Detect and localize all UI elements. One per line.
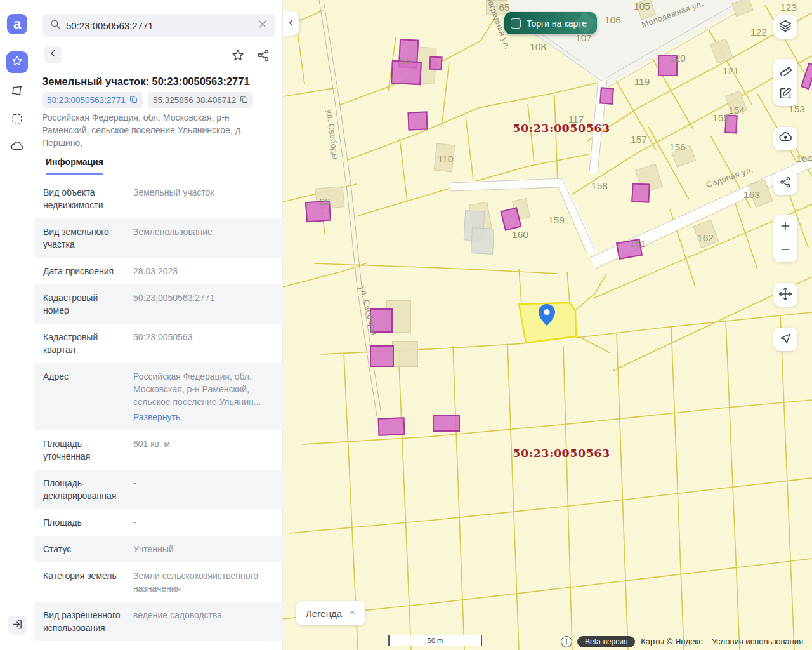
cloud-layers-button[interactable] xyxy=(6,137,28,159)
parcel-number-label: 159 xyxy=(548,215,565,226)
checkbox-icon[interactable] xyxy=(511,18,521,29)
info-row-label: Адрес xyxy=(42,369,126,384)
zoom-out-button[interactable] xyxy=(773,239,797,262)
info-row-label: Дата присвоения xyxy=(42,263,126,279)
cadastral-number-chip[interactable]: 50:23:0050563:2771 xyxy=(42,92,143,108)
tab-information[interactable]: Информация xyxy=(46,157,103,175)
building-footprint xyxy=(631,183,650,202)
search-icon xyxy=(49,18,61,32)
info-row-value: Земли сельскохозяйственного назначения xyxy=(133,568,275,596)
info-row-value: - xyxy=(133,515,275,530)
info-row: Форма собственностиЧастная xyxy=(34,641,283,650)
parcel-number-label: 110 xyxy=(438,154,454,165)
left-icon-rail: a xyxy=(0,0,34,650)
building-footprint xyxy=(370,345,394,367)
parcel-number-label: 122 xyxy=(750,27,767,38)
info-row-label: Статус xyxy=(42,541,126,557)
auctions-on-map-toggle[interactable]: Торги на карте xyxy=(504,12,597,34)
back-button[interactable] xyxy=(44,46,62,63)
locate-icon xyxy=(779,332,792,347)
app-logo[interactable]: a xyxy=(7,14,27,34)
info-row-value: 50:23:0050563 xyxy=(133,329,275,345)
zoom-in-button[interactable] xyxy=(773,215,797,239)
parcel-number-label: 121 xyxy=(723,65,739,77)
sidebar-collapse-button[interactable] xyxy=(283,11,299,36)
parcel-number-label: 161 xyxy=(629,238,646,249)
parcel-number-label: 158 xyxy=(591,180,608,192)
parcel-number-label: 154 xyxy=(728,105,745,116)
beta-badge: Beta-версия xyxy=(577,636,635,647)
coordinates-chip[interactable]: 55.325856 38.406712 xyxy=(148,92,253,108)
search-input[interactable] xyxy=(66,20,258,31)
info-row-label: Категория земель xyxy=(42,568,126,583)
object-address: Российская Федерация, обл. Московская, р… xyxy=(42,111,270,149)
parcel-number-label: 65 xyxy=(499,2,509,13)
details-sidebar: Земельный участок: 50:23:0050563:2771 50… xyxy=(34,0,283,650)
zoom-group xyxy=(773,215,797,262)
map-scale-bar: 50 m xyxy=(388,635,482,646)
pan-icon xyxy=(778,287,792,303)
parcel-number-label: 164 xyxy=(796,153,812,164)
chips-row: 50:23:0050563:2771 55.325856 38.406712 xyxy=(42,92,253,108)
parcel-number-label: 163 xyxy=(743,189,760,201)
info-row-value: - xyxy=(133,475,275,491)
polygon-area-icon xyxy=(11,84,23,100)
object-header-row xyxy=(42,46,275,66)
attribution-terms[interactable]: Условия использования xyxy=(712,637,803,646)
locate-button[interactable] xyxy=(773,328,797,351)
info-row-value: Российская Федерация, обл. Московская, р… xyxy=(133,369,275,425)
polygon-area-button[interactable] xyxy=(6,81,28,103)
cadastral-quarter-label: 50:23:0050563 xyxy=(513,122,610,135)
pan-button[interactable] xyxy=(773,283,797,307)
app-window: a xyxy=(0,0,812,650)
exit-button[interactable] xyxy=(8,616,27,635)
info-row: Вид объекта недвижимостиЗемельный участо… xyxy=(34,179,283,218)
favorite-button[interactable] xyxy=(231,48,245,62)
parcel-number-label: 162 xyxy=(697,232,714,244)
expand-address-link[interactable]: Развернуть xyxy=(133,411,180,423)
parcel-number-label: 155 xyxy=(712,112,729,124)
info-row: Площадь- xyxy=(34,509,283,536)
clear-icon[interactable] xyxy=(258,19,268,32)
map-canvas[interactable]: 6565105106107108123122120119121154153155… xyxy=(283,0,812,650)
building-footprint xyxy=(433,415,460,432)
info-row: Кадастровый номер50:23:0050563:2771 xyxy=(34,284,283,324)
chevron-up-icon xyxy=(348,608,357,619)
ruler-button[interactable] xyxy=(773,59,797,83)
building-footprint xyxy=(429,56,442,70)
info-row: Дата присвоения28.03.2023 xyxy=(34,258,283,284)
copy-icon[interactable] xyxy=(129,95,138,105)
cloud-icon xyxy=(10,140,24,156)
zoom-in-icon xyxy=(779,220,792,235)
parcel-number-label: 123 xyxy=(780,2,797,13)
info-row-label: Вид земельного участка xyxy=(42,224,126,252)
parcel-number-label: 156 xyxy=(669,142,686,153)
chevron-left-icon xyxy=(287,18,295,29)
search-bar[interactable] xyxy=(42,14,275,37)
legend-button[interactable]: Легенда xyxy=(296,601,365,625)
gavel-icon xyxy=(573,12,597,34)
building-footprint xyxy=(599,87,614,104)
info-row-value: 28.03.2023 xyxy=(133,263,275,279)
select-region-icon xyxy=(11,112,23,128)
info-row-label: Форма собственности xyxy=(42,647,126,650)
copy-icon[interactable] xyxy=(240,95,248,105)
info-row-label: Площадь уточненная xyxy=(42,436,126,464)
info-row-value: Учтенный xyxy=(133,541,275,557)
upload-button[interactable] xyxy=(773,127,797,150)
parcel-number-label: 108 xyxy=(530,41,546,53)
parcel-number-label: 160 xyxy=(512,229,528,241)
building-shadow xyxy=(392,341,418,367)
info-row: Площадь декларированная- xyxy=(34,470,283,509)
favorites-star-button[interactable] xyxy=(6,51,28,73)
parcel-number-label: 105 xyxy=(634,1,650,12)
layers-button[interactable] xyxy=(773,15,797,39)
info-icon[interactable]: i xyxy=(561,636,572,647)
map-share-button[interactable] xyxy=(773,171,797,195)
share-button[interactable] xyxy=(256,48,270,62)
select-region-button[interactable] xyxy=(6,109,28,131)
info-row-label: Вид объекта недвижимости xyxy=(42,185,126,213)
edit-button[interactable] xyxy=(773,83,797,106)
info-row: Площадь уточненная601 кв. м xyxy=(34,430,283,470)
parcel-number-label: 157 xyxy=(631,134,647,145)
